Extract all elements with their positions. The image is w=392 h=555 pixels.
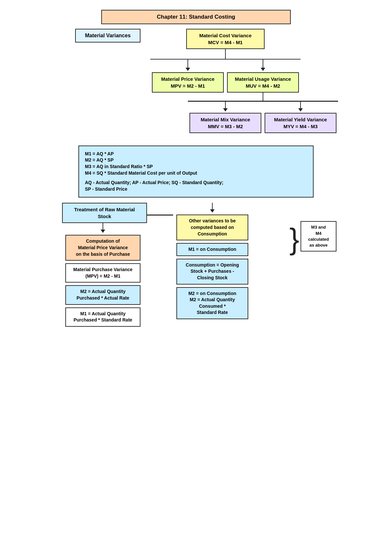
mmv-line1: Material Mix Variance <box>195 116 256 123</box>
computation-box: Computation of Material Price Variance o… <box>65 235 140 261</box>
formula-m4: M4 = SQ * Standard Material Cost per uni… <box>85 170 307 177</box>
m1-purchase-line1: M1 = Actual Quantity <box>70 311 136 317</box>
muv-line2: MUV = M4 - M2 <box>232 82 294 89</box>
formula-m3: M3 = AQ in Standard Ratio * SP <box>85 164 307 170</box>
consumption-formula-box: Consumption = Opening Stock + Purchases … <box>176 259 248 285</box>
formulas-box: M1 = AQ * AP M2 = AQ * SP M3 = AQ in Sta… <box>78 146 314 198</box>
consumption-formula-text: Consumption = Opening Stock + Purchases … <box>186 262 239 280</box>
formula-legend: AQ - Actual Quantity; AP - Actual Price;… <box>85 180 307 186</box>
myv-line1: Material Yield Variance <box>270 116 331 123</box>
arrow-myv <box>298 108 303 112</box>
formula-m1: M1 = AQ * AP <box>85 151 307 157</box>
treatment-down-line <box>103 223 104 230</box>
mmv-line2: MMV = M3 - M2 <box>195 123 256 130</box>
m3m4-line1: M3 and <box>304 224 333 230</box>
treatment-box: Treatment of Raw Material Stock <box>62 203 147 223</box>
v-line-myv <box>300 102 301 108</box>
m2-purchase-line1: M2 = Actual Quantity <box>71 288 135 295</box>
mcv-down-line <box>225 49 226 59</box>
computation-line1: Material Price Variance <box>71 245 135 251</box>
mpv-line1: Material Price Variance <box>157 76 219 82</box>
m1-purchase-line2: Purchased * Standard Rate <box>70 317 136 323</box>
v-line-mpv <box>188 60 188 68</box>
treatment-title: Treatment of Raw Material Stock <box>74 207 135 219</box>
mmv-box: Material Mix Variance MMV = M3 - M2 <box>189 113 261 133</box>
m3m4-line3: calculated <box>304 236 333 242</box>
material-variances-label: Material Variances <box>85 33 131 38</box>
m2-consumption-line2: M2 = Actual Quantity Consumed * <box>182 297 243 309</box>
arrow-mmv <box>223 108 228 112</box>
arrow-muv <box>261 68 265 71</box>
other-variances-text: Other variances to be computed based on … <box>189 218 236 236</box>
mcv-line2: MCV = M4 - M1 <box>191 39 259 46</box>
m1-consumption-box: M1 = on Consumption <box>176 243 248 256</box>
formula-legend2: SP - Standard Price <box>85 186 307 193</box>
mpv-box: Material Price Variance MPV = M2 - M1 <box>152 72 224 93</box>
m2-purchase-line2: Purchased * Actual Rate <box>71 295 135 302</box>
m3m4-line4: as above <box>304 242 333 248</box>
v-line-mmv <box>225 102 226 108</box>
myv-line2: MYV = M4 - M3 <box>270 123 331 130</box>
m1-purchase-box: M1 = Actual Quantity Purchased * Standar… <box>65 307 140 327</box>
treatment-arrow <box>101 230 105 233</box>
m3m4-box: M3 and M4 calculated as above <box>301 221 336 251</box>
diagram: Chapter 11: Standard Costing Material Va… <box>56 10 336 327</box>
m3m4-line2: M4 <box>304 231 333 236</box>
right-top-arrow <box>210 209 215 213</box>
right-top-vline <box>212 203 213 209</box>
other-variances-box: Other variances to be computed based on … <box>176 215 248 240</box>
m2-consumption-line3: Standard Rate <box>182 309 243 316</box>
v-line-muv-down <box>263 93 264 101</box>
m1-consumption-text: M1 = on Consumption <box>188 247 237 252</box>
mcv-box: Material Cost Variance MCV = M4 - M1 <box>186 29 265 49</box>
m2-purchase-box: M2 = Actual Quantity Purchased * Actual … <box>65 285 140 304</box>
mpv-line2: MPV = M2 - M1 <box>157 82 219 89</box>
mcv-line1: Material Cost Variance <box>191 32 259 39</box>
computation-title: Computation of <box>71 238 135 245</box>
formula-m2: M2 = AQ * SP <box>85 157 307 164</box>
v-line-muv <box>263 60 264 68</box>
computation-line2: on the basis of Purchase <box>71 251 135 258</box>
muv-box: Material Usage Variance MUV = M4 - M2 <box>227 72 299 93</box>
muv-line1: Material Usage Variance <box>232 76 294 82</box>
chapter-title-box: Chapter 11: Standard Costing <box>101 10 291 24</box>
mpv-formula-text: Material Purchase Variance (MPV) = M2 - … <box>73 267 132 279</box>
curly-brace: } <box>289 224 299 254</box>
arrow-mpv <box>186 68 190 71</box>
myv-box: Material Yield Variance MYV = M4 - M3 <box>265 113 336 133</box>
mpv-formula-box: Material Purchase Variance (MPV) = M2 - … <box>65 263 140 283</box>
m2-consumption-box: M2 = on Consumption M2 = Actual Quantity… <box>176 287 248 319</box>
treatment-h-connector <box>147 215 173 216</box>
m2-consumption-line1: M2 = on Consumption <box>182 290 243 297</box>
chapter-title: Chapter 11: Standard Costing <box>157 14 235 20</box>
